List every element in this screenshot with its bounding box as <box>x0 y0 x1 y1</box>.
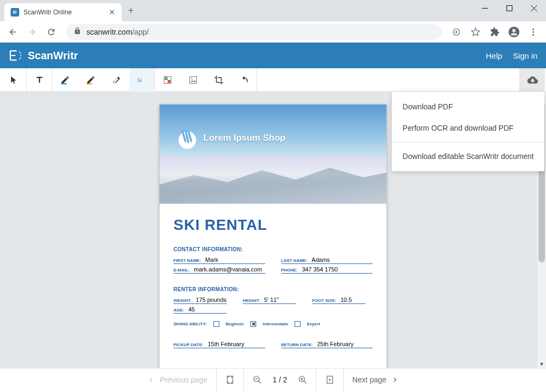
scroll-down-icon[interactable]: ▼ <box>537 359 546 368</box>
app-toolbar: Si Download PDF Perform OCR and download… <box>0 68 546 92</box>
svg-point-9 <box>533 28 534 30</box>
first-name-value: Mark <box>205 257 218 263</box>
back-button[interactable] <box>4 23 21 41</box>
profile-icon[interactable] <box>505 23 523 41</box>
window-controls <box>472 0 546 16</box>
document-page[interactable]: Lorem Ipsum Shop SKI RENTAL CONTACT INFO… <box>160 105 386 368</box>
expert-checkbox <box>295 321 300 327</box>
height-value: 5' 11" <box>264 297 279 303</box>
svg-rect-16 <box>165 77 168 79</box>
svg-rect-1 <box>507 5 512 11</box>
bottom-bar: Previous page 1 / 2 Next page <box>0 368 546 391</box>
return-value: 25th February <box>317 341 353 347</box>
lock-icon <box>74 27 81 37</box>
zoom-icon[interactable] <box>448 23 465 41</box>
svg-rect-12 <box>61 83 67 84</box>
close-tab-icon[interactable]: ✕ <box>109 8 115 17</box>
cursor-tool[interactable] <box>1 68 27 92</box>
svg-point-11 <box>533 34 534 35</box>
pickup-value: 15th February <box>208 341 244 347</box>
download-pdf-item[interactable]: Download PDF <box>392 96 544 117</box>
document-title: SKI RENTAL <box>173 217 373 234</box>
add-page-button[interactable] <box>325 375 335 385</box>
maximize-button[interactable] <box>497 0 521 16</box>
url-text: scanwritr.com/app/ <box>86 28 149 36</box>
close-window-button[interactable] <box>521 0 546 16</box>
eraser-tool[interactable] <box>104 68 129 92</box>
address-bar[interactable]: scanwritr.com/app/ <box>66 24 441 40</box>
download-menu: Download PDF Perform OCR and download PD… <box>392 92 544 171</box>
svg-line-23 <box>258 381 261 383</box>
chevron-right-icon <box>391 375 399 384</box>
svg-rect-13 <box>87 83 93 84</box>
age-value: 45 <box>188 306 195 313</box>
browser-addressbar: scanwritr.com/app/ <box>0 21 546 43</box>
weight-value: 175 pounds <box>196 297 227 303</box>
image-gray-tool[interactable] <box>180 68 206 92</box>
browser-tab[interactable]: IF ScanWritr Online ✕ <box>4 3 122 21</box>
minimize-button[interactable] <box>472 0 497 16</box>
menu-divider <box>392 142 544 142</box>
chevron-left-icon <box>147 375 155 384</box>
crop-tool[interactable] <box>206 68 232 92</box>
reload-button[interactable] <box>43 23 60 41</box>
previous-page-button[interactable]: Previous page <box>147 375 208 384</box>
scanwritr-logo-icon <box>9 49 22 62</box>
page-indicator: 1 / 2 <box>270 375 290 384</box>
new-tab-button[interactable]: + <box>122 5 140 17</box>
download-editable-item[interactable]: Download editable ScanWritr document <box>392 146 544 167</box>
help-link[interactable]: Help <box>486 51 502 60</box>
zoom-out-button[interactable] <box>252 375 262 385</box>
hero-text: Lorem Ipsum Shop <box>203 133 286 143</box>
app-name: ScanWritr <box>28 50 78 62</box>
favicon: IF <box>11 8 19 17</box>
pen-blue-tool[interactable] <box>52 68 78 92</box>
rotate-tool[interactable] <box>232 68 257 92</box>
svg-point-19 <box>191 78 193 79</box>
svg-rect-17 <box>168 80 170 83</box>
signature-tool[interactable]: Si <box>129 68 155 92</box>
last-name-value: Adams <box>312 257 330 263</box>
phone-value: 347 354 1750 <box>302 266 338 273</box>
text-tool[interactable] <box>27 68 52 92</box>
download-ocr-pdf-item[interactable]: Perform OCR and download PDF <box>392 117 544 139</box>
signin-link[interactable]: Sign in <box>513 51 537 60</box>
svg-point-10 <box>533 31 534 33</box>
zoom-in-button[interactable] <box>298 375 307 385</box>
download-button[interactable] <box>519 68 545 92</box>
renter-section-header: RENTER INFORMATION: <box>173 286 373 292</box>
extension-icon[interactable] <box>486 23 503 41</box>
svg-rect-18 <box>189 76 196 83</box>
intermediate-checkbox <box>250 321 256 327</box>
next-page-button[interactable]: Next page <box>352 375 399 384</box>
svg-line-26 <box>304 381 306 383</box>
beginner-checkbox <box>213 321 219 327</box>
app-logo[interactable]: ScanWritr <box>9 49 78 62</box>
forward-button[interactable] <box>23 23 41 41</box>
contact-section-header: CONTACT INFORMATION: <box>173 246 373 252</box>
star-icon[interactable] <box>467 23 484 41</box>
app-header: ScanWritr Help Sign in <box>0 43 546 68</box>
email-value: mark.adams@vanaia.com <box>194 266 262 273</box>
ski-logo-icon <box>176 126 199 150</box>
foot-size-value: 10.5 <box>341 297 352 303</box>
tab-title: ScanWritr Online <box>23 9 105 16</box>
menu-icon[interactable] <box>525 23 542 41</box>
fit-page-button[interactable] <box>225 375 235 385</box>
document-hero: Lorem Ipsum Shop <box>160 105 386 204</box>
pen-orange-tool[interactable] <box>78 68 104 92</box>
svg-text:Si: Si <box>137 76 142 83</box>
image-color-tool[interactable] <box>155 68 180 92</box>
svg-point-8 <box>512 29 516 32</box>
browser-titlebar: IF ScanWritr Online ✕ + <box>0 0 546 21</box>
